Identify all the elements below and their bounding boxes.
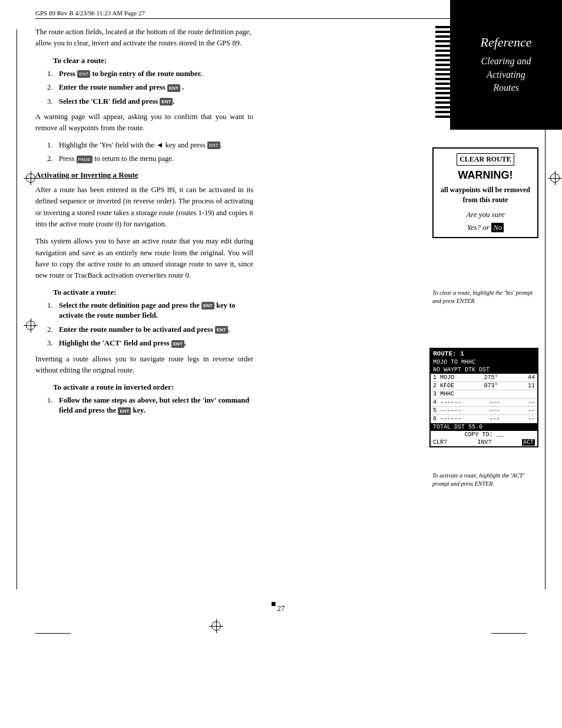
outer-border-left [16, 29, 17, 589]
left-column: The route action fields, located at the … [35, 27, 253, 622]
enter-key-9: ENT [118, 407, 131, 415]
activate-step-2: 2. Enter the route number to be activate… [59, 325, 253, 335]
activate-step-3: 3. Highlight the 'ACT' field and press E… [59, 338, 253, 349]
route-def-copy: COPY TO: __ [431, 431, 537, 439]
route-def-box: ROUTE: 1 MOJO TO MHHC NO WAYPT DTK DST 1… [429, 348, 538, 447]
clear-sub-steps: 1. Highlight the 'Yes' field with the ◄ … [59, 140, 253, 164]
act-box: ACT [522, 439, 535, 446]
no-box: No [491, 223, 504, 232]
activate-heading: To activate a route: [35, 288, 253, 297]
page-container: · GPS 89 Rev B 4/23/96 11:23 AM Page 27 … [0, 0, 562, 728]
clear-route-box: CLEAR ROUTE WARNING! all waypoints will … [432, 147, 538, 238]
invert-paragraph: Inverting a route allows you to navigate… [35, 354, 253, 377]
bottom-line-right [491, 633, 527, 634]
clear-route-title: CLEAR ROUTE [457, 153, 514, 166]
center-bullet: ■ [271, 599, 276, 609]
enter-key-7: ENT [215, 326, 228, 334]
clear-route-heading: To clear a route: [35, 56, 253, 65]
enter-key-2: ENT [167, 84, 180, 92]
enter-key-1: ENT [77, 70, 90, 78]
route-row-5: 5 ----------- [431, 407, 537, 415]
invert-heading: To activate a route in inverted order: [35, 383, 253, 392]
route-def-name: MOJO TO MHHC [431, 358, 537, 366]
activate-steps-list: 1. Select the route definition page and … [59, 301, 253, 349]
yes-no-row: Yes? or No [438, 223, 533, 232]
clear-step-1: 1. Press ENT to begin entry of the route… [59, 69, 253, 80]
warning-paragraph: A warning page will appear, asking you t… [35, 111, 253, 134]
route-def-bottom: CLR?INV?ACT [431, 439, 537, 446]
warning-title: WARNING! [438, 169, 533, 182]
activate-step-1: 1. Select the route definition page and … [59, 301, 253, 321]
activating-body1: After a route has been entered in the GP… [35, 185, 253, 230]
enter-key-3: ENT [160, 98, 173, 106]
enter-key-5: PAGE [77, 156, 93, 163]
route-row-6: 6 ----------- [431, 415, 537, 423]
page-number: 27 [277, 604, 285, 613]
enter-key-4: ENT [207, 141, 220, 149]
header-text: GPS 89 Rev B 4/23/96 11:23 AM Page 27 [35, 9, 145, 17]
route-row-4: 4 ----------- [431, 398, 537, 407]
invert-steps-list: 1. Follow the same steps as above, but s… [59, 396, 253, 416]
activating-body2: This system allows you to have an active… [35, 236, 253, 282]
clear-sub-step-2: 2. Press PAGE to return to the menu page… [59, 154, 253, 164]
warning-body: all waypoints will be removed from this … [438, 185, 533, 205]
route-def-header: ROUTE: 1 [431, 349, 537, 358]
bottom-line-left [35, 633, 71, 634]
clear-steps-list: 1. Press ENT to begin entry of the route… [59, 69, 253, 107]
enter-key-6: ENT [201, 302, 214, 309]
route-row-1: 1 MOJO275°44 [431, 374, 537, 382]
reference-subtitle: Clearing and Activating Routes [481, 55, 531, 94]
caption-route: To activate a route, highlight the 'ACT'… [432, 472, 538, 488]
route-def-col-headers: NO WAYPT DTK DST [431, 366, 537, 374]
enter-key-8: ENT [171, 340, 184, 348]
route-def-total: TOTAL DST 55.0 [431, 423, 537, 431]
clear-step-2: 2. Enter the route number and press ENT … [59, 83, 253, 93]
activating-heading: Activating or Inverting a Route [35, 170, 253, 180]
reference-title: Reference [480, 35, 531, 50]
reference-box: Reference Clearing and Activating Routes [450, 0, 562, 130]
intro-paragraph: The route action fields, located at the … [35, 27, 253, 49]
route-row-3: 3 MHHC [431, 390, 537, 398]
clear-step-3: 3. Select the 'CLR' field and press ENT. [59, 97, 253, 107]
stripes-decoration [435, 24, 450, 118]
route-row-2: 2 KFOE073°11 [431, 382, 537, 390]
are-you-sure: Are you sure [438, 210, 533, 219]
caption-clear: To clear a route, highlight the 'Yes' pr… [432, 289, 538, 305]
invert-step-1: 1. Follow the same steps as above, but s… [59, 396, 253, 416]
clear-sub-step-1: 1. Highlight the 'Yes' field with the ◄ … [59, 140, 253, 151]
